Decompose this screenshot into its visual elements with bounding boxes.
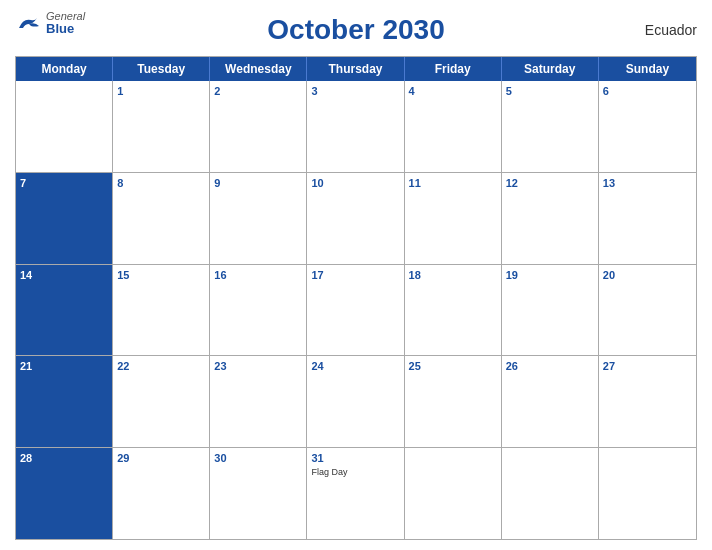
day-number: 21 [20, 359, 108, 373]
day-number: 14 [20, 268, 108, 282]
day-cell: 9 [210, 173, 307, 264]
day-cell: 23 [210, 356, 307, 447]
day-cell: 26 [502, 356, 599, 447]
day-header-monday: Monday [16, 57, 113, 81]
day-cell: 30 [210, 448, 307, 539]
day-cell: 1 [113, 81, 210, 172]
day-cell: 4 [405, 81, 502, 172]
logo: General Blue [15, 10, 85, 36]
week-row-5: 28293031Flag Day [16, 447, 696, 539]
day-number: 26 [506, 359, 594, 373]
week-row-2: 78910111213 [16, 172, 696, 264]
day-cell: 3 [307, 81, 404, 172]
logo-blue-text: Blue [46, 22, 74, 36]
day-number: 2 [214, 84, 302, 98]
day-cell: 28 [16, 448, 113, 539]
day-cell: 10 [307, 173, 404, 264]
day-number: 6 [603, 84, 692, 98]
day-number: 27 [603, 359, 692, 373]
day-number: 24 [311, 359, 399, 373]
calendar-header: General Blue October 2030 Ecuador [15, 10, 697, 50]
day-header-sunday: Sunday [599, 57, 696, 81]
week-row-4: 21222324252627 [16, 355, 696, 447]
day-number: 1 [117, 84, 205, 98]
day-number: 19 [506, 268, 594, 282]
day-cell: 2 [210, 81, 307, 172]
day-number: 13 [603, 176, 692, 190]
day-cell: 5 [502, 81, 599, 172]
day-cell: 18 [405, 265, 502, 356]
day-header-friday: Friday [405, 57, 502, 81]
week-row-3: 14151617181920 [16, 264, 696, 356]
day-cell [405, 448, 502, 539]
day-number: 15 [117, 268, 205, 282]
country-label: Ecuador [645, 22, 697, 38]
day-number: 16 [214, 268, 302, 282]
day-headers-row: MondayTuesdayWednesdayThursdayFridaySatu… [16, 57, 696, 81]
day-number: 3 [311, 84, 399, 98]
day-number: 10 [311, 176, 399, 190]
day-cell: 7 [16, 173, 113, 264]
day-cell: 31Flag Day [307, 448, 404, 539]
day-header-tuesday: Tuesday [113, 57, 210, 81]
day-cell: 27 [599, 356, 696, 447]
day-number: 11 [409, 176, 497, 190]
day-header-saturday: Saturday [502, 57, 599, 81]
day-cell: 20 [599, 265, 696, 356]
day-number: 8 [117, 176, 205, 190]
day-number: 7 [20, 176, 108, 190]
day-number: 28 [20, 451, 108, 465]
logo-bird-icon [15, 14, 43, 32]
day-cell: 21 [16, 356, 113, 447]
day-cell: 6 [599, 81, 696, 172]
day-number: 30 [214, 451, 302, 465]
day-number: 29 [117, 451, 205, 465]
day-cell [599, 448, 696, 539]
day-number: 12 [506, 176, 594, 190]
day-number: 20 [603, 268, 692, 282]
day-cell [16, 81, 113, 172]
day-number: 22 [117, 359, 205, 373]
day-cell: 16 [210, 265, 307, 356]
day-number: 4 [409, 84, 497, 98]
calendar-grid: MondayTuesdayWednesdayThursdayFridaySatu… [15, 56, 697, 540]
day-cell: 17 [307, 265, 404, 356]
day-cell: 8 [113, 173, 210, 264]
week-row-1: 123456 [16, 81, 696, 172]
day-cell: 15 [113, 265, 210, 356]
day-cell: 22 [113, 356, 210, 447]
day-number: 9 [214, 176, 302, 190]
day-number: 23 [214, 359, 302, 373]
calendar-title: October 2030 [267, 14, 444, 46]
day-cell: 11 [405, 173, 502, 264]
day-number: 18 [409, 268, 497, 282]
day-cell: 14 [16, 265, 113, 356]
day-cell: 24 [307, 356, 404, 447]
day-cell: 12 [502, 173, 599, 264]
day-number: 31 [311, 451, 399, 465]
day-header-wednesday: Wednesday [210, 57, 307, 81]
day-cell: 13 [599, 173, 696, 264]
day-cell: 25 [405, 356, 502, 447]
day-number: 17 [311, 268, 399, 282]
day-cell: 29 [113, 448, 210, 539]
day-cell: 19 [502, 265, 599, 356]
day-cell [502, 448, 599, 539]
day-event: Flag Day [311, 467, 399, 478]
day-header-thursday: Thursday [307, 57, 404, 81]
page: General Blue October 2030 Ecuador Monday… [0, 0, 712, 550]
day-number: 25 [409, 359, 497, 373]
calendar-body: 1234567891011121314151617181920212223242… [16, 81, 696, 539]
day-number: 5 [506, 84, 594, 98]
